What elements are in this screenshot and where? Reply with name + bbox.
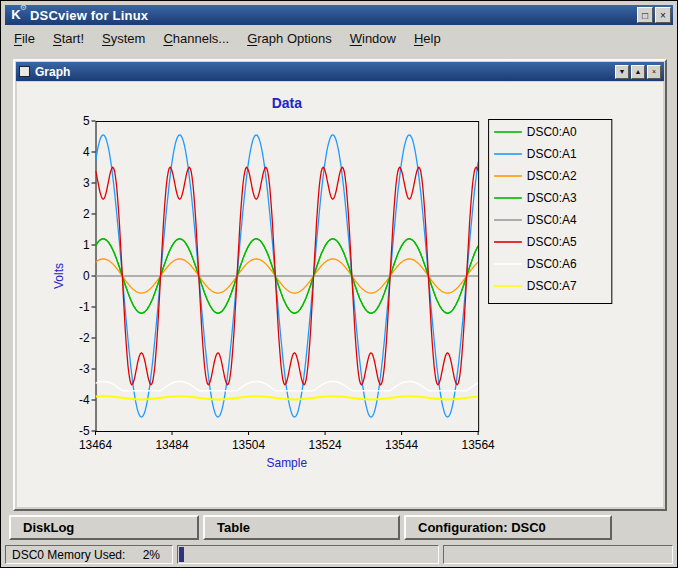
memory-label: DSC0 Memory Used: [12, 548, 125, 562]
y-tick-label: 2 [83, 207, 90, 221]
graph-window: Graph ▼ ▲ × Data543210-1-2-3-4-513464134… [13, 59, 667, 511]
traces [96, 135, 479, 417]
x-tick-label: 13504 [232, 438, 265, 452]
graph-maximize-button[interactable]: ▲ [631, 65, 645, 79]
chart-title: Data [272, 95, 302, 111]
dscview-window: { "window": { "title": "DSCview for Linu… [0, 0, 678, 568]
y-tick-label: 5 [83, 114, 90, 128]
x-axis-label: Sample [267, 456, 308, 470]
y-tick-label: 3 [83, 176, 90, 190]
legend-label-dsc0-a3: DSC0:A3 [527, 191, 577, 205]
legend-label-dsc0-a7: DSC0:A7 [527, 279, 577, 293]
menu-item-graph-options[interactable]: Graph Options [238, 28, 341, 49]
y-tick-label: -3 [79, 362, 90, 376]
x-tick-label: 13484 [155, 438, 188, 452]
gear-icon: ⚙ [20, 4, 27, 12]
table-button[interactable]: Table [203, 515, 400, 540]
legend-label-dsc0-a6: DSC0:A6 [527, 257, 577, 271]
y-tick-label: 1 [83, 238, 90, 252]
graph-titlebar[interactable]: Graph ▼ ▲ × [16, 62, 664, 81]
x-tick-label: 13464 [79, 438, 112, 452]
x-tick-label: 13564 [462, 438, 495, 452]
window-title: DSCview for Linux [30, 8, 148, 23]
menu-item-start[interactable]: Start! [44, 28, 93, 49]
titlebar[interactable]: K ⚙ DSCview for Linux □ × [5, 5, 673, 25]
y-tick-label: -1 [79, 300, 90, 314]
legend-label-dsc0-a2: DSC0:A2 [527, 169, 577, 183]
graph-window-icon [19, 66, 30, 77]
memory-value: 2% [143, 548, 160, 562]
maximize-button[interactable]: □ [637, 7, 653, 23]
menu-item-file[interactable]: File [5, 28, 44, 49]
y-tick-label: -5 [79, 424, 90, 438]
configuration-dsc0-button[interactable]: Configuration: DSC0 [404, 515, 612, 540]
statusbar: DSC0 Memory Used: 2% [5, 545, 673, 564]
graph-window-title: Graph [35, 65, 70, 79]
y-axis-label: Volts [52, 263, 66, 289]
legend-label-dsc0-a5: DSC0:A5 [527, 235, 577, 249]
trace-dsc0-a7 [96, 396, 479, 399]
x-tick-label: 13544 [385, 438, 418, 452]
y-tick-label: 0 [83, 269, 90, 283]
memory-progress [177, 545, 439, 564]
menubar: FileStart!SystemChannels...Graph Options… [5, 27, 673, 49]
bottom-button-bar: DiskLogTableConfiguration: DSC0 [9, 515, 612, 540]
y-tick-label: -2 [79, 331, 90, 345]
y-tick-label: 4 [83, 145, 90, 159]
graph-minimize-button[interactable]: ▼ [615, 65, 629, 79]
graph-close-button[interactable]: × [647, 65, 661, 79]
menu-item-system[interactable]: System [93, 28, 154, 49]
status-panel-empty [443, 545, 673, 564]
x-tick-label: 13524 [309, 438, 342, 452]
graph-client: Data543210-1-2-3-4-513464134841350413524… [17, 82, 663, 507]
legend-label-dsc0-a1: DSC0:A1 [527, 147, 577, 161]
memory-status-panel: DSC0 Memory Used: 2% [5, 545, 173, 564]
disklog-button[interactable]: DiskLog [9, 515, 199, 540]
graph-canvas: Data543210-1-2-3-4-513464134841350413524… [17, 82, 663, 507]
legend-label-dsc0-a4: DSC0:A4 [527, 213, 577, 227]
app-menu-button[interactable]: K ⚙ [5, 6, 27, 24]
menu-item-channels[interactable]: Channels... [154, 28, 238, 49]
menu-item-help[interactable]: Help [405, 28, 450, 49]
menu-item-window[interactable]: Window [341, 28, 405, 49]
memory-progress-fill [179, 547, 184, 562]
y-tick-label: -4 [79, 393, 90, 407]
close-button[interactable]: × [655, 7, 671, 23]
legend-label-dsc0-a0: DSC0:A0 [527, 125, 577, 139]
